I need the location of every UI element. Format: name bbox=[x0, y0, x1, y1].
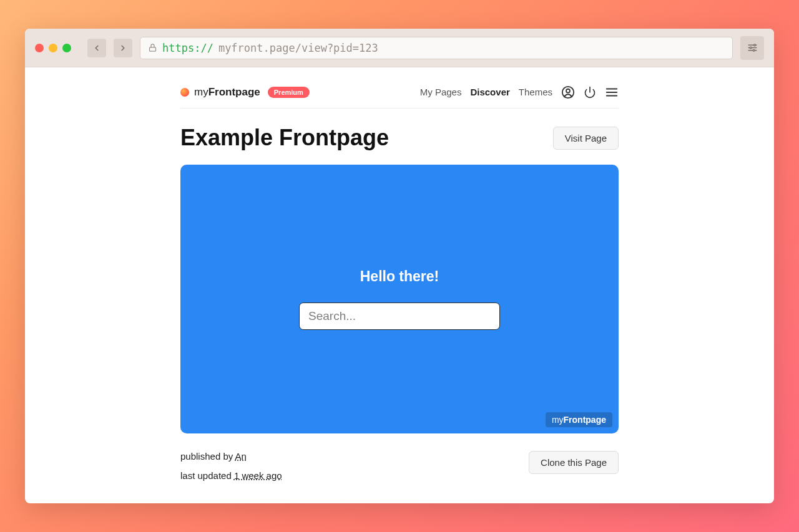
url-path: myfront.page/view?pid=123 bbox=[218, 42, 378, 54]
svg-point-6 bbox=[753, 49, 755, 51]
meta-left: published by An last updated 1 week ago bbox=[180, 451, 282, 481]
preview-search-input[interactable] bbox=[299, 302, 500, 330]
svg-point-4 bbox=[753, 44, 755, 46]
nav-my-pages[interactable]: My Pages bbox=[420, 87, 462, 97]
premium-badge: Premium bbox=[268, 87, 310, 98]
browser-chrome: https://myfront.page/view?pid=123 bbox=[25, 29, 774, 67]
published-prefix: published by bbox=[180, 451, 235, 462]
meta-row: published by An last updated 1 week ago … bbox=[180, 433, 619, 481]
brand[interactable]: myFrontpage Premium bbox=[180, 86, 310, 99]
window-zoom-icon[interactable] bbox=[62, 44, 71, 52]
page-viewport: myFrontpage Premium My Pages Discover Th… bbox=[25, 67, 774, 503]
power-button[interactable] bbox=[584, 86, 596, 99]
preview-card: Hello there! myFrontpage bbox=[180, 165, 619, 433]
browser-window: https://myfront.page/view?pid=123 myFron… bbox=[25, 29, 774, 503]
account-button[interactable] bbox=[561, 85, 575, 99]
watermark-light: my bbox=[552, 415, 564, 425]
window-minimize-icon[interactable] bbox=[49, 44, 57, 52]
updated-prefix: last updated bbox=[180, 470, 234, 481]
visit-page-button[interactable]: Visit Page bbox=[553, 127, 619, 150]
user-circle-icon bbox=[561, 85, 575, 99]
page-title: Example Frontpage bbox=[180, 125, 389, 151]
nav-forward-button[interactable] bbox=[114, 39, 132, 57]
brand-name-bold: Frontpage bbox=[208, 86, 260, 98]
svg-point-5 bbox=[750, 47, 752, 49]
top-nav: myFrontpage Premium My Pages Discover Th… bbox=[180, 76, 619, 109]
power-icon bbox=[584, 86, 596, 99]
title-row: Example Frontpage Visit Page bbox=[180, 109, 619, 165]
preview-watermark: myFrontpage bbox=[546, 412, 612, 427]
nav-discover[interactable]: Discover bbox=[470, 87, 509, 97]
window-close-icon[interactable] bbox=[35, 44, 44, 52]
lock-icon bbox=[148, 43, 157, 52]
sliders-icon bbox=[747, 42, 758, 53]
last-updated: last updated 1 week ago bbox=[180, 470, 282, 481]
clone-page-button[interactable]: Clone this Page bbox=[529, 451, 619, 474]
chevron-left-icon bbox=[92, 44, 101, 52]
author-link[interactable]: An bbox=[235, 451, 247, 462]
chevron-right-icon bbox=[119, 44, 127, 52]
nav-themes[interactable]: Themes bbox=[519, 87, 552, 97]
nav-links: My Pages Discover Themes bbox=[420, 85, 619, 99]
page-container: myFrontpage Premium My Pages Discover Th… bbox=[180, 67, 619, 481]
nav-back-button[interactable] bbox=[87, 39, 106, 57]
menu-button[interactable] bbox=[605, 85, 619, 99]
address-bar[interactable]: https://myfront.page/view?pid=123 bbox=[140, 37, 733, 59]
browser-settings-button[interactable] bbox=[740, 36, 764, 60]
hamburger-icon bbox=[605, 85, 619, 99]
updated-value[interactable]: 1 week ago bbox=[234, 470, 282, 481]
brand-name: myFrontpage bbox=[194, 86, 260, 99]
watermark-bold: Frontpage bbox=[564, 415, 606, 425]
brand-logo-icon bbox=[180, 88, 189, 97]
brand-name-light: my bbox=[194, 86, 208, 98]
svg-rect-0 bbox=[150, 47, 156, 51]
window-controls bbox=[35, 44, 71, 52]
published-by: published by An bbox=[180, 451, 282, 462]
svg-point-8 bbox=[566, 89, 570, 92]
url-scheme: https:// bbox=[162, 42, 213, 54]
preview-heading: Hello there! bbox=[360, 268, 439, 285]
